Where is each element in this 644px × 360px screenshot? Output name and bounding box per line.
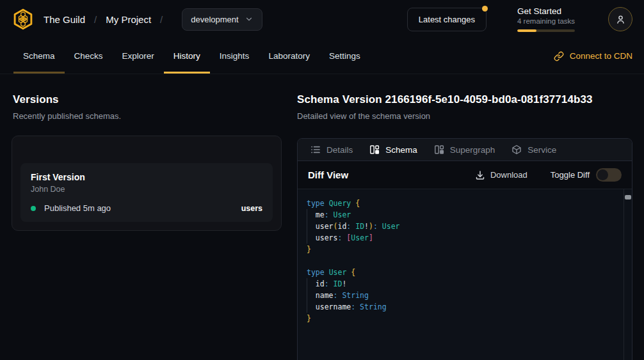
toggle-diff-label: Toggle Diff	[551, 170, 590, 180]
latest-changes-label: Latest changes	[419, 15, 475, 24]
breadcrumb-separator: /	[160, 14, 163, 25]
get-started-widget[interactable]: Get Started 4 remaining tasks	[517, 6, 579, 32]
nav-tab-settings[interactable]: Settings	[319, 38, 370, 74]
get-started-progress-track	[517, 29, 575, 32]
columns-icon	[434, 145, 444, 155]
toggle-knob	[597, 169, 608, 180]
versions-title: Versions	[13, 93, 282, 106]
diff-actions: Download Toggle Diff	[475, 168, 622, 182]
nav-tab-insights[interactable]: Insights	[210, 38, 259, 74]
detail-tab-details[interactable]: Details	[310, 145, 353, 155]
nav-tab-history[interactable]: History	[164, 38, 210, 74]
detail-tab-label: Service	[527, 145, 556, 155]
version-service-badge: users	[241, 204, 262, 213]
environment-selector[interactable]: development	[182, 8, 262, 31]
download-label: Download	[490, 170, 527, 180]
detail-container: Details Schema Supergraph	[297, 138, 632, 360]
main-content: Versions Recently published schemas. Fir…	[0, 74, 644, 360]
columns-icon	[369, 145, 380, 155]
breadcrumb-project[interactable]: My Project	[106, 14, 151, 25]
app-header: The Guild / My Project / development Lat…	[0, 0, 644, 38]
version-detail-panel: Schema Version 2166196f-5e10-4059-bd0a-0…	[297, 74, 632, 360]
versions-list-card: First Version John Doe Published 5m ago …	[12, 136, 282, 231]
nav-tab-explorer[interactable]: Explorer	[113, 38, 164, 74]
vertical-scrollbar	[624, 189, 632, 360]
link-icon	[554, 51, 564, 61]
detail-tab-label: Supergraph	[450, 145, 495, 155]
detail-tab-schema[interactable]: Schema	[369, 145, 417, 155]
hive-logo-icon[interactable]	[12, 8, 35, 31]
detail-tab-label: Details	[326, 145, 353, 155]
detail-tab-supergraph[interactable]: Supergraph	[434, 145, 495, 155]
version-list-item[interactable]: First Version John Doe Published 5m ago …	[20, 163, 273, 222]
get-started-progress-fill	[517, 29, 536, 32]
user-avatar[interactable]	[608, 7, 632, 31]
versions-panel: Versions Recently published schemas. Fir…	[12, 74, 282, 231]
download-button[interactable]: Download	[475, 170, 527, 180]
get-started-title: Get Started	[517, 6, 579, 16]
connect-to-cdn-link[interactable]: Connect to CDN	[554, 38, 632, 74]
version-status: Published 5m ago	[44, 203, 111, 213]
notification-dot	[482, 6, 488, 12]
connect-to-cdn-label: Connect to CDN	[570, 51, 632, 61]
detail-tab-service[interactable]: Service	[511, 145, 556, 155]
diff-view-toolbar: Diff View Download Toggle Diff	[298, 161, 632, 189]
nav-tab-schema[interactable]: Schema	[13, 38, 65, 74]
toggle-diff-switch[interactable]	[596, 168, 622, 182]
version-author: John Doe	[31, 185, 262, 194]
breadcrumb-separator: /	[94, 14, 97, 25]
diff-view-title: Diff View	[308, 169, 348, 180]
cube-icon	[511, 145, 522, 155]
latest-changes-button[interactable]: Latest changes	[407, 8, 487, 31]
code-lines: type Query {me: Useruser(id: ID!): Useru…	[307, 198, 619, 324]
environment-selector-value: development	[191, 15, 238, 24]
list-icon	[310, 145, 321, 155]
detail-tab-label: Schema	[385, 145, 417, 155]
version-meta-row: Published 5m ago users	[31, 203, 262, 213]
get-started-subtitle: 4 remaining tasks	[517, 17, 579, 25]
breadcrumb-org[interactable]: The Guild	[44, 14, 85, 25]
versions-subtitle: Recently published schemas.	[13, 111, 282, 121]
nav-tab-checks[interactable]: Checks	[65, 38, 113, 74]
chevron-down-icon	[245, 15, 254, 24]
published-status-dot	[31, 206, 36, 211]
detail-subtitle: Detailed view of the schema version	[297, 111, 632, 121]
detail-tabbar: Details Schema Supergraph	[298, 139, 632, 161]
scrollbar-thumb[interactable]	[625, 195, 631, 200]
version-name: First Version	[31, 172, 262, 182]
schema-sdl-code-block: type Query {me: Useruser(id: ID!): Useru…	[298, 189, 632, 360]
primary-nav: Schema Checks Explorer History Insights …	[0, 38, 644, 74]
person-icon	[615, 14, 626, 25]
download-icon	[475, 170, 485, 180]
nav-tab-laboratory[interactable]: Laboratory	[259, 38, 319, 74]
detail-title: Schema Version 2166196f-5e10-4059-bd0a-0…	[297, 93, 632, 106]
